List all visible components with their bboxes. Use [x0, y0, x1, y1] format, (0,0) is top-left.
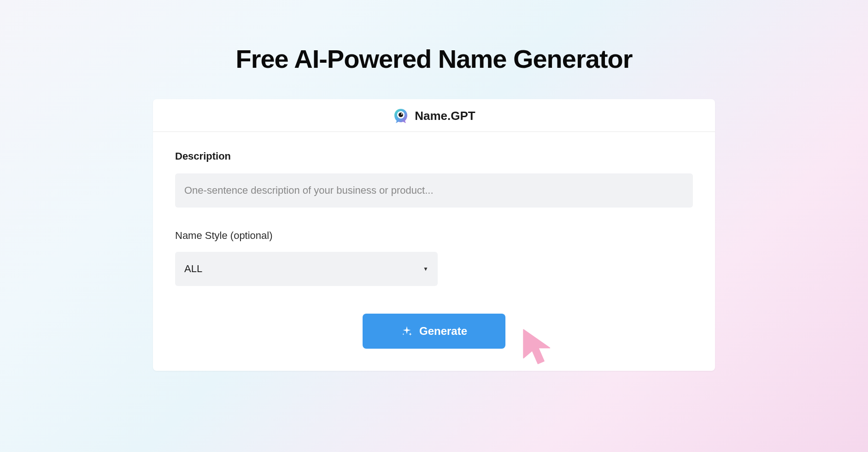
description-input[interactable]: [175, 173, 693, 208]
caret-down-icon: ▼: [423, 266, 428, 272]
card-body: Description Name Style (optional) ALL ▼ …: [153, 132, 715, 371]
sparkle-icon: [401, 325, 413, 337]
generate-button[interactable]: Generate: [363, 314, 505, 349]
generator-card: Name.GPT Description Name Style (optiona…: [153, 99, 715, 371]
description-label: Description: [175, 150, 693, 162]
page-title: Free AI-Powered Name Generator: [235, 44, 632, 74]
card-header: Name.GPT: [153, 99, 715, 132]
generate-button-label: Generate: [419, 325, 467, 338]
brand-name: Name.GPT: [415, 109, 475, 123]
svg-point-1: [399, 113, 403, 117]
name-style-label: Name Style (optional): [175, 230, 693, 242]
dropdown-selected-value: ALL: [184, 263, 202, 275]
svg-point-2: [401, 113, 403, 115]
brand-logo-icon: [393, 107, 409, 124]
name-style-dropdown[interactable]: ALL ▼: [175, 252, 438, 286]
